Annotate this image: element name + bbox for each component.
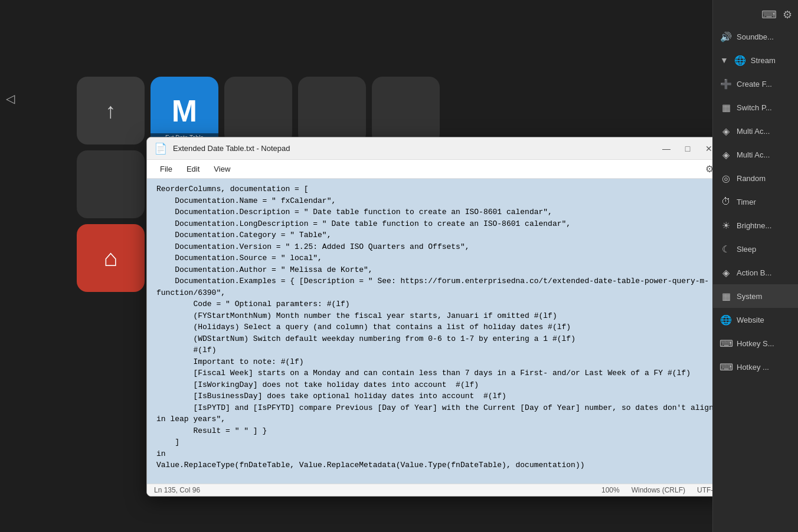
website-label: Website: [737, 316, 764, 324]
hotkey-s-label: Hotkey S...: [737, 339, 774, 348]
action-bar-label: Action B...: [737, 268, 771, 277]
m-letter: M: [172, 93, 197, 129]
blank-icon-3[interactable]: [372, 77, 440, 145]
sidebar-item-multi-action-2[interactable]: ◈ Multi Ac...: [713, 143, 798, 166]
timer-icon: ⏱: [720, 196, 732, 208]
m-app-icon[interactable]: M Ext Date Table: [151, 77, 218, 145]
upload-arrow-icon: ↑: [106, 98, 116, 123]
hotkey-label: Hotkey ...: [737, 363, 769, 372]
multi-action-2-icon: ◈: [720, 149, 732, 160]
keyboard-icon[interactable]: ⌨: [761, 8, 777, 21]
upload-icon-btn[interactable]: ↑: [77, 77, 145, 145]
switch-icon: ▦: [720, 101, 732, 113]
brightness-label: Brightne...: [737, 221, 771, 230]
sidebar-item-system[interactable]: ▦ System: [713, 284, 798, 308]
multi-action-1-icon: ◈: [720, 125, 732, 137]
sidebar-item-create-folder[interactable]: ➕ Create F...: [713, 72, 798, 96]
sidebar-item-website[interactable]: 🌐 Website: [713, 308, 798, 331]
sleep-label: Sleep: [737, 245, 756, 254]
gear-icon[interactable]: ⚙: [783, 8, 792, 21]
sidebar-item-timer[interactable]: ⏱ Timer: [713, 190, 798, 214]
system-label: System: [737, 292, 762, 301]
zoom-level: 100%: [601, 486, 620, 494]
maximize-button[interactable]: □: [679, 143, 696, 155]
system-icon: ▦: [720, 290, 732, 302]
menu-edit[interactable]: Edit: [181, 162, 205, 176]
chevron-down-icon: ▼: [720, 55, 728, 65]
app-row-1: ↑ M Ext Date Table: [77, 77, 440, 145]
sidebar-item-multi-action-1[interactable]: ◈ Multi Ac...: [713, 119, 798, 143]
notepad-titlebar: 📄 Extended Date Table.txt - Notepad — □ …: [147, 137, 724, 160]
sidebar-item-action-bar[interactable]: ◈ Action B...: [713, 261, 798, 284]
sleep-icon: ☾: [720, 243, 732, 255]
titlebar-controls: — □ ✕: [658, 143, 717, 155]
minimize-button[interactable]: —: [658, 143, 675, 155]
sidebar-item-switch-profile[interactable]: ▦ Switch P...: [713, 96, 798, 119]
blank-icon-1[interactable]: [224, 77, 292, 145]
speaker-icon: 🔊: [720, 31, 732, 42]
right-panel: ⌨ ⚙ 🔊 Soundbe... ▼ 🌐 Stream ➕ Create F..…: [712, 0, 798, 532]
timer-label: Timer: [737, 198, 756, 206]
sidebar-item-hotkey[interactable]: ⌨ Hotkey ...: [713, 355, 798, 379]
sidebar-item-brightness[interactable]: ☀ Brightne...: [713, 214, 798, 237]
notepad-statusbar: Ln 135, Col 96 100% Windows (CRLF) UTF-8: [147, 484, 724, 496]
notepad-content: ReorderColumns, documentation = [ Docume…: [147, 179, 724, 484]
globe-icon: 🌐: [734, 54, 746, 66]
blank-icon-4[interactable]: [77, 150, 145, 218]
multi-action-1-label: Multi Ac...: [737, 127, 770, 136]
create-folder-icon: ➕: [720, 78, 732, 90]
random-label: Random: [737, 174, 766, 183]
blank-icon-2[interactable]: [298, 77, 366, 145]
create-folder-label: Create F...: [737, 80, 772, 88]
brightness-icon: ☀: [720, 219, 732, 231]
soundboard-item[interactable]: 🔊 Soundbe...: [713, 25, 798, 48]
notepad-file-icon: 📄: [154, 142, 167, 155]
cursor-position: Ln 135, Col 96: [154, 486, 200, 494]
action-bar-icon: ◈: [720, 267, 732, 278]
notepad-textarea[interactable]: ReorderColumns, documentation = [ Docume…: [147, 179, 724, 484]
home-house-icon: ⌂: [103, 245, 117, 271]
left-strip: ◁: [0, 0, 77, 532]
stream-label: Stream: [751, 56, 776, 65]
sidebar-item-stream[interactable]: ▼ 🌐 Stream: [713, 48, 798, 72]
hotkey-icon: ⌨: [720, 361, 732, 373]
soundboard-label: Soundbe...: [737, 32, 774, 41]
sidebar-item-sleep[interactable]: ☾ Sleep: [713, 237, 798, 261]
line-ending: Windows (CRLF): [632, 486, 685, 494]
home-icon-btn[interactable]: ⌂: [77, 224, 145, 292]
hotkey-s-icon: ⌨: [720, 337, 732, 349]
sidebar-item-random[interactable]: ◎ Random: [713, 166, 798, 190]
website-icon: 🌐: [720, 314, 732, 326]
notepad-title: Extended Date Table.txt - Notepad: [173, 144, 652, 153]
menu-view[interactable]: View: [208, 162, 236, 176]
notepad-window: 📄 Extended Date Table.txt - Notepad — □ …: [146, 137, 725, 497]
menu-file[interactable]: File: [154, 162, 178, 176]
random-icon: ◎: [720, 172, 732, 184]
notepad-menubar: File Edit View ⚙: [147, 160, 724, 179]
multi-action-2-label: Multi Ac...: [737, 150, 770, 159]
sidebar-item-hotkey-s[interactable]: ⌨ Hotkey S...: [713, 331, 798, 355]
desktop: ◁ ↑ M Ext Date Table ⌂: [0, 0, 798, 532]
left-arrow-icon[interactable]: ◁: [6, 91, 15, 106]
rp-top-icons: ⌨ ⚙: [713, 5, 798, 25]
switch-label: Switch P...: [737, 103, 772, 112]
